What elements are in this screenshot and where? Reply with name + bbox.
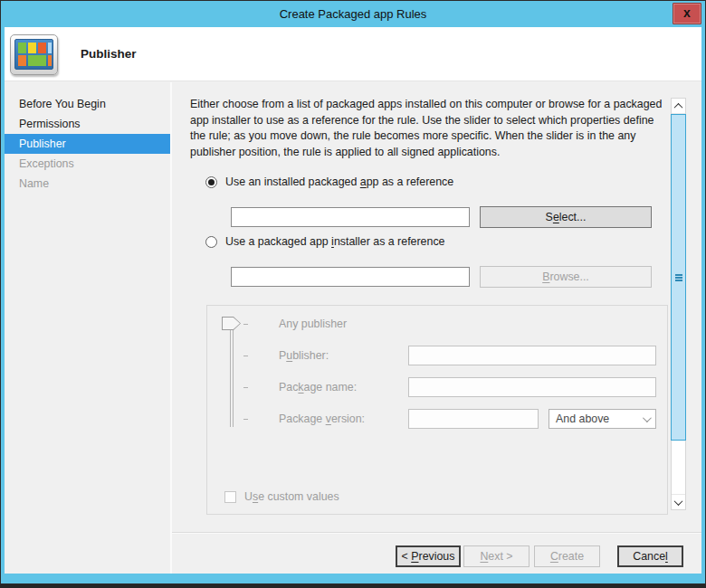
sidebar-item-permissions[interactable]: Permissions <box>5 114 170 134</box>
use-custom-values-label: Use custom values <box>244 490 339 503</box>
chevron-up-icon <box>674 102 683 111</box>
radio-selected-icon[interactable] <box>205 176 217 188</box>
previous-button-label: < Previous <box>402 550 455 563</box>
packaged-app-tiles-icon <box>10 34 58 75</box>
next-button-label: Next > <box>480 550 512 563</box>
sidebar-item-publisher[interactable]: Publisher <box>5 134 170 154</box>
installed-app-radio-label: Use an installed packaged app as a refer… <box>225 175 453 188</box>
version-match-dropdown: And above <box>549 409 656 429</box>
wizard-header: Publisher <box>5 27 701 81</box>
icon-tile <box>18 55 26 66</box>
icon-tile <box>18 43 26 53</box>
scroll-down-button[interactable] <box>672 494 685 509</box>
slider-tick <box>243 419 248 420</box>
scrollbar-grip-icon <box>675 273 682 282</box>
dialog-body: Publisher Before You Begin Permissions P… <box>5 27 701 574</box>
select-button[interactable]: Select... <box>480 206 652 228</box>
page-title: Publisher <box>81 27 137 81</box>
previous-button[interactable]: < Previous <box>396 545 461 567</box>
installed-app-radio[interactable]: Use an installed packaged app as a refer… <box>205 175 453 188</box>
installer-radio[interactable]: Use a packaged app installer as a refere… <box>205 235 444 248</box>
slider-thumb-face <box>223 318 240 329</box>
select-button-label: Select... <box>546 211 587 223</box>
main-pane: Either choose from a list of packaged ap… <box>172 82 701 574</box>
radio-unselected-icon[interactable] <box>205 236 217 248</box>
browse-button-label: Browse... <box>542 270 589 283</box>
next-button: Next > <box>463 545 530 567</box>
icon-tile <box>38 43 46 53</box>
sidebar-item-name[interactable]: Name <box>5 174 170 194</box>
scrollbar-thumb[interactable] <box>671 114 686 441</box>
close-button[interactable]: x <box>673 3 701 24</box>
create-button-label: Create <box>550 550 584 563</box>
title-bar[interactable]: Create Packaged app Rules x <box>1 1 705 27</box>
icon-tile <box>48 43 52 53</box>
publisher-label: Publisher: <box>279 348 329 363</box>
scope-slider-track <box>230 329 234 427</box>
rule-scope-groupbox: Any publisher Publisher: Package name: P… <box>206 305 668 515</box>
slider-tick <box>243 356 248 356</box>
cancel-button-label: Cancel <box>633 550 668 563</box>
sidebar-item-before-you-begin[interactable]: Before You Begin <box>5 94 170 114</box>
installer-radio-label: Use a packaged app installer as a refere… <box>225 235 444 248</box>
instructions-text: Either choose from a list of packaged ap… <box>190 97 670 160</box>
package-name-input <box>408 377 656 397</box>
use-custom-values-row: Use custom values <box>224 490 339 503</box>
icon-tile <box>28 43 36 53</box>
create-button: Create <box>534 545 600 567</box>
installer-path-input[interactable] <box>231 267 470 287</box>
version-match-selected-value: And above <box>556 413 609 425</box>
scope-slider-thumb <box>222 317 241 330</box>
slider-tick <box>243 387 248 388</box>
sidebar-item-exceptions[interactable]: Exceptions <box>5 154 170 174</box>
wizard-steps-sidebar: Before You Begin Permissions Publisher E… <box>5 82 170 574</box>
wizard-window: Create Packaged app Rules x Publisher <box>0 0 706 584</box>
window-title: Create Packaged app Rules <box>1 1 705 27</box>
any-publisher-label: Any publisher <box>279 317 347 331</box>
vertical-scrollbar[interactable] <box>671 98 686 510</box>
use-custom-values-checkbox <box>224 491 236 503</box>
package-version-input <box>408 409 539 429</box>
slider-tick <box>243 324 248 325</box>
chevron-down-icon <box>674 497 683 506</box>
icon-tile <box>48 55 52 66</box>
footer-separator <box>172 532 701 533</box>
icon-tile <box>28 55 46 66</box>
package-version-label: Package version: <box>279 412 365 426</box>
browse-button: Browse... <box>480 266 652 288</box>
icon-screen <box>14 39 53 70</box>
scroll-up-button[interactable] <box>672 99 685 114</box>
cancel-button[interactable]: Cancel <box>617 545 683 567</box>
close-icon: x <box>683 6 691 19</box>
installed-app-path-input[interactable] <box>231 207 470 227</box>
chevron-down-icon <box>643 413 652 422</box>
package-name-label: Package name: <box>279 380 357 394</box>
publisher-input <box>408 346 656 365</box>
